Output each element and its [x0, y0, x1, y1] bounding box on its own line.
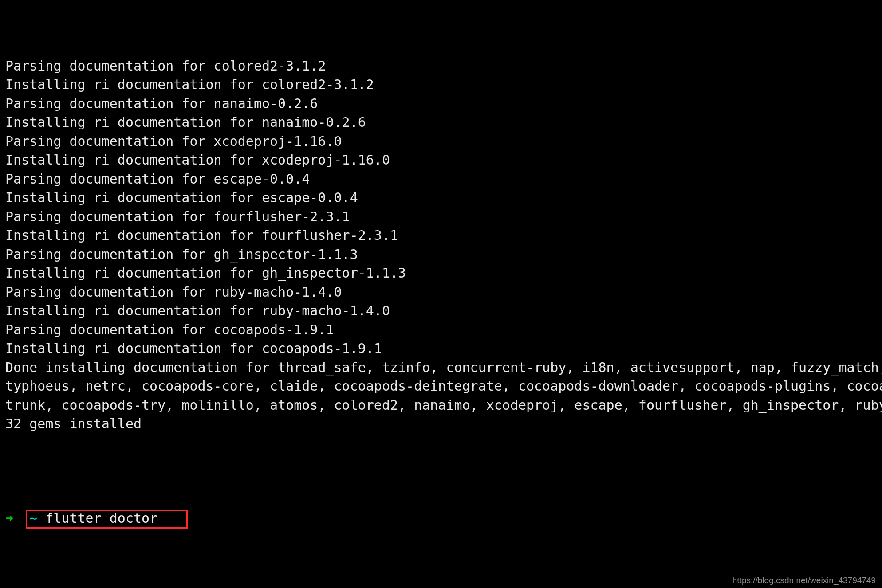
gem-install-line: Installing ri documentation for nanaimo-…	[5, 113, 877, 132]
gem-install-line: Done installing documentation for thread…	[5, 358, 877, 377]
gem-install-line: Installing ri documentation for xcodepro…	[5, 151, 877, 170]
gem-install-line: Parsing documentation for gh_inspector-1…	[5, 245, 877, 264]
gem-install-line: trunk, cocoapods-try, molinillo, atomos,…	[5, 396, 877, 415]
gem-install-line: Parsing documentation for nanaimo-0.2.6	[5, 94, 877, 114]
gem-install-line: Installing ri documentation for fourflus…	[5, 226, 877, 245]
gem-install-line: Parsing documentation for escape-0.0.4	[5, 170, 877, 189]
gem-install-line: typhoeus, netrc, cocoapods-core, claide,…	[5, 377, 877, 396]
gem-install-line: Parsing documentation for xcodeproj-1.16…	[5, 132, 877, 151]
gem-install-line: Installing ri documentation for cocoapod…	[5, 339, 877, 358]
gem-install-line: Parsing documentation for cocoapods-1.9.…	[5, 321, 877, 340]
gem-install-line: Installing ri documentation for colored2…	[5, 75, 877, 94]
typed-command: flutter doctor	[45, 510, 158, 526]
gem-install-line: Installing ri documentation for ruby-mac…	[5, 302, 877, 321]
gem-install-line: 32 gems installed	[5, 415, 877, 434]
prompt-arrow-icon: ➜	[5, 510, 13, 526]
gem-install-line: Installing ri documentation for gh_inspe…	[5, 264, 877, 283]
gem-install-line: Parsing documentation for ruby-macho-1.4…	[5, 283, 877, 302]
gem-install-line: Installing ri documentation for escape-0…	[5, 188, 877, 208]
gem-install-line: Parsing documentation for fourflusher-2.…	[5, 208, 877, 227]
prompt-line-command[interactable]: ➜ ~ flutter doctor	[5, 509, 877, 528]
terminal-output[interactable]: Parsing documentation for colored2-3.1.2…	[0, 0, 882, 588]
gem-install-line: Parsing documentation for colored2-3.1.2	[5, 57, 877, 76]
prompt-cwd: ~	[29, 510, 37, 526]
